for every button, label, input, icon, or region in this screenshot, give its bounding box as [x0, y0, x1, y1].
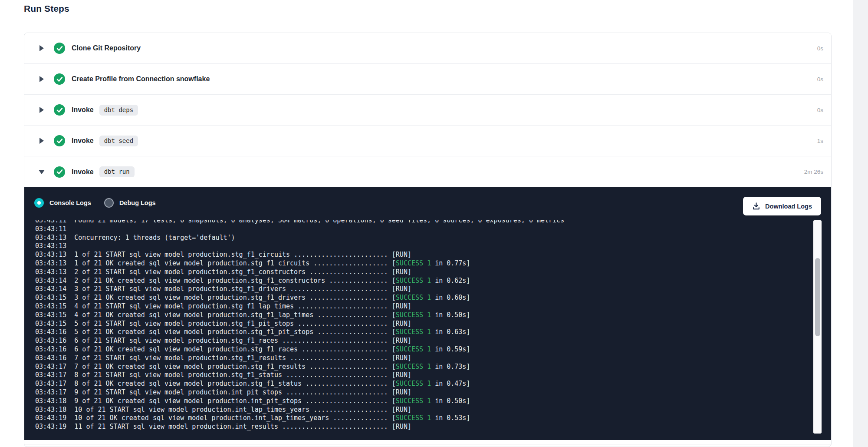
log-line: 03:43:14 3 of 21 START sql view model pr… — [35, 285, 812, 294]
log-timestamp: 03:43:15 — [35, 311, 74, 319]
log-timestamp: 03:43:15 — [35, 302, 74, 310]
log-timestamp: 03:43:15 — [35, 320, 74, 328]
log-scrollbar[interactable] — [813, 220, 822, 434]
debug-logs-label: Debug Logs — [119, 199, 156, 206]
log-timestamp: 03:43:14 — [35, 285, 74, 293]
log-timestamp: 03:43:17 — [35, 363, 74, 371]
log-line: 03:43:17 8 of 21 OK created sql view mod… — [35, 380, 812, 388]
page-right-gutter — [853, 0, 868, 447]
log-timestamp: 03:43:13 — [35, 251, 74, 258]
log-timestamp: 03:43:13 — [35, 259, 74, 267]
chevron-down-icon[interactable] — [39, 170, 45, 174]
log-line: 03:43:11 — [35, 225, 812, 234]
card-divider — [24, 444, 831, 444]
log-timestamp: 03:43:17 — [35, 371, 74, 379]
log-timestamp: 03:43:18 — [35, 397, 74, 405]
download-icon — [752, 202, 760, 210]
step-row[interactable]: Invokedbt deps0s — [24, 95, 831, 126]
console-header: Console Logs Debug Logs Download Logs — [24, 187, 831, 208]
radio-unselected-icon[interactable] — [104, 198, 114, 208]
step-command-chip: dbt deps — [99, 105, 138, 116]
step-row[interactable]: Clone Git Repository0s — [24, 33, 831, 64]
log-line: 03:43:17 8 of 21 START sql view model pr… — [35, 371, 812, 380]
step-label: Invoke — [72, 168, 94, 176]
log-line: 03:43:13 1 of 21 START sql view model pr… — [35, 251, 812, 259]
log-timestamp: 03:43:19 — [35, 414, 74, 422]
radio-selected-icon[interactable] — [34, 198, 44, 208]
chevron-right-icon[interactable] — [39, 76, 45, 82]
log-timestamp: 03:43:13 — [35, 242, 74, 250]
log-timestamp: 03:43:19 — [35, 423, 74, 430]
step-duration: 2m 26s — [804, 169, 823, 175]
step-duration: 1s — [817, 138, 823, 144]
step-duration: 0s — [817, 76, 823, 83]
log-timestamp: 03:43:16 — [35, 337, 74, 344]
success-check-icon — [54, 73, 65, 85]
step-duration: 0s — [817, 45, 823, 52]
log-line: 03:43:17 9 of 21 START sql view model pr… — [35, 388, 812, 397]
log-line: 03:43:14 2 of 21 OK created sql view mod… — [35, 277, 812, 285]
chevron-right-icon[interactable] — [39, 107, 45, 113]
log-line: 03:43:11 Found 21 models, 17 tests, 0 sn… — [35, 220, 812, 225]
step-label: Invoke — [72, 106, 94, 114]
download-logs-label: Download Logs — [765, 203, 812, 210]
log-line: 03:43:16 5 of 21 OK created sql view mod… — [35, 328, 812, 337]
log-line: 03:43:17 7 of 21 OK created sql view mod… — [35, 363, 812, 371]
step-command-chip: dbt run — [99, 166, 135, 177]
log-line: 03:43:13 1 of 21 OK created sql view mod… — [35, 259, 812, 268]
log-line: 03:43:16 6 of 21 OK created sql view mod… — [35, 345, 812, 354]
page-title: Run Steps — [24, 3, 69, 14]
step-label: Invoke — [72, 137, 94, 145]
console-log-output[interactable]: 03:43:11 Found 21 models, 17 tests, 0 sn… — [35, 220, 812, 437]
step-command-chip: dbt seed — [99, 136, 138, 146]
log-timestamp: 03:43:16 — [35, 354, 74, 362]
log-timestamp: 03:43:18 — [35, 406, 74, 414]
log-timestamp: 03:43:11 — [35, 220, 74, 224]
download-logs-button[interactable]: Download Logs — [743, 197, 821, 215]
success-check-icon — [54, 166, 65, 178]
console-logs-label: Console Logs — [49, 199, 91, 206]
log-timestamp: 03:43:14 — [35, 277, 74, 285]
log-timestamp: 03:43:15 — [35, 294, 74, 301]
log-timestamp: 03:43:16 — [35, 345, 74, 353]
step-row[interactable]: Invokedbt run2m 26s — [24, 156, 831, 187]
log-line: 03:43:18 9 of 21 OK created sql view mod… — [35, 397, 812, 406]
log-line: 03:43:19 10 of 21 OK created sql view mo… — [35, 414, 812, 423]
log-timestamp: 03:43:16 — [35, 328, 74, 336]
log-line: 03:43:13 — [35, 242, 812, 251]
tab-console-logs[interactable]: Console Logs — [34, 198, 91, 208]
step-row[interactable]: Create Profile from Connection snowflake… — [24, 64, 831, 95]
log-timestamp: 03:43:11 — [35, 225, 74, 233]
run-steps-card: Clone Git Repository0sCreate Profile fro… — [24, 33, 832, 447]
log-line: 03:43:16 6 of 21 START sql view model pr… — [35, 337, 812, 345]
log-line: 03:43:16 7 of 21 START sql view model pr… — [35, 354, 812, 363]
step-duration: 0s — [817, 107, 823, 113]
success-check-icon — [54, 43, 65, 54]
tab-debug-logs[interactable]: Debug Logs — [104, 198, 156, 208]
step-label: Create Profile from Connection snowflake — [72, 75, 210, 83]
run-steps-list: Clone Git Repository0sCreate Profile fro… — [24, 33, 831, 187]
log-scrollbar-thumb[interactable] — [815, 258, 820, 336]
log-line: 03:43:15 4 of 21 OK created sql view mod… — [35, 311, 812, 320]
step-row[interactable]: Invokedbt seed1s — [24, 126, 831, 156]
step-label: Clone Git Repository — [72, 44, 141, 52]
log-timestamp: 03:43:17 — [35, 380, 74, 387]
chevron-right-icon[interactable] — [39, 45, 45, 51]
log-lines: 03:43:11 Found 21 models, 17 tests, 0 sn… — [35, 220, 812, 431]
log-line: 03:43:19 11 of 21 START sql view model p… — [35, 423, 812, 431]
log-line: 03:43:18 10 of 21 START sql view model p… — [35, 406, 812, 414]
log-line: 03:43:13 Concurrency: 1 threads (target=… — [35, 234, 812, 242]
log-timestamp: 03:43:13 — [35, 268, 74, 276]
success-check-icon — [54, 135, 65, 146]
log-line: 03:43:15 5 of 21 START sql view model pr… — [35, 320, 812, 328]
log-line: 03:43:13 2 of 21 START sql view model pr… — [35, 268, 812, 277]
log-line: 03:43:15 3 of 21 OK created sql view mod… — [35, 294, 812, 302]
log-line: 03:43:15 4 of 21 START sql view model pr… — [35, 302, 812, 311]
log-timestamp: 03:43:17 — [35, 388, 74, 396]
log-timestamp: 03:43:13 — [35, 234, 74, 242]
console-panel: Console Logs Debug Logs Download Logs 03… — [24, 187, 831, 440]
chevron-right-icon[interactable] — [39, 138, 45, 144]
success-check-icon — [54, 104, 65, 116]
